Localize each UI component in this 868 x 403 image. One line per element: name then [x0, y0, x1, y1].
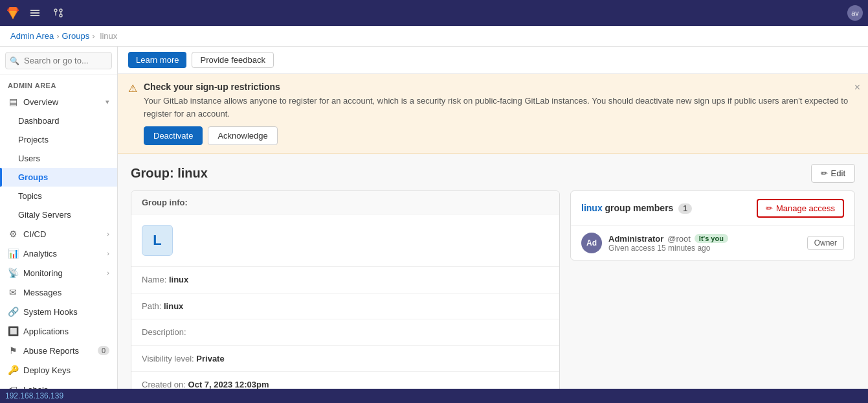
info-row-path: Path: linux [131, 294, 559, 320]
sidebar-item-label: Monitoring [23, 268, 63, 278]
info-row-description: Description: [131, 319, 559, 346]
sidebar-item-label: Users [18, 154, 40, 163]
sidebar-toggle-icon[interactable] [26, 4, 44, 22]
chevron-down-icon: ▾ [106, 98, 109, 106]
breadcrumb-admin-link[interactable]: Admin Area [10, 31, 54, 41]
sidebar-item-dashboard[interactable]: Dashboard [0, 111, 117, 130]
sidebar-item-labels[interactable]: 🏷 Labels [0, 380, 117, 389]
info-row-visibility: Visibility level: Private [131, 346, 559, 373]
path-label: Path: [142, 301, 161, 311]
messages-icon: ✉ [8, 287, 18, 297]
cicd-icon: ⚙ [8, 229, 18, 239]
member-info: Administrator @root It's you Given acces… [608, 234, 801, 253]
members-card-header: linux group members 1 ✏ Manage access [571, 191, 854, 226]
pencil-icon: ✏ [766, 203, 773, 213]
svg-point-4 [60, 14, 62, 17]
status-ip-link[interactable]: 192.168.136.139 [5, 391, 63, 400]
sidebar-item-label: Topics [18, 191, 42, 201]
sidebar-item-label: Analytics [23, 249, 57, 259]
path-value: linux [164, 301, 183, 311]
group-avatar-wrap: L [131, 214, 559, 267]
sidebar-item-label: Messages [23, 288, 61, 297]
sidebar-item-label: Overview [23, 97, 58, 107]
member-avatar: Ad [581, 233, 602, 253]
applications-icon: 🔲 [8, 326, 18, 336]
labels-icon: 🏷 [8, 384, 18, 389]
sidebar-item-gitaly[interactable]: Gitaly Servers [0, 205, 117, 224]
members-label: group members [605, 203, 674, 213]
member-username: @root [667, 234, 691, 244]
sidebar-item-label: System Hooks [23, 307, 78, 317]
name-value: linux [169, 275, 188, 284]
members-card: linux group members 1 ✏ Manage access Ad [570, 190, 855, 260]
group-info-col: Group info: L Name: linux Path: linux De… [131, 190, 560, 389]
sidebar-item-applications[interactable]: 🔲 Applications [0, 321, 117, 341]
search-input[interactable] [5, 52, 112, 69]
group-info-header: Group info: [131, 191, 559, 214]
members-group-name: linux [581, 203, 603, 213]
sidebar-search-area: 🔍 [0, 47, 117, 75]
svg-rect-2 [30, 15, 39, 16]
breadcrumb-sep1: › [56, 31, 59, 41]
sidebar-item-groups[interactable]: Groups [0, 168, 117, 187]
members-count: 1 [678, 203, 692, 214]
hooks-icon: 🔗 [8, 306, 18, 317]
search-icon: 🔍 [10, 56, 19, 65]
edit-pencil-icon: ✏ [821, 168, 828, 178]
member-name: Administrator [608, 234, 663, 244]
name-label: Name: [142, 275, 166, 284]
svg-rect-0 [30, 10, 39, 11]
analytics-icon: 📊 [8, 248, 18, 259]
two-col-layout: Group info: L Name: linux Path: linux De… [118, 190, 868, 389]
top-action-bar: Learn more Provide feedback [118, 47, 868, 74]
sidebar-item-monitoring[interactable]: 📡 Monitoring › [0, 263, 117, 282]
edit-button[interactable]: ✏ Edit [811, 164, 855, 183]
chevron-right-icon-monitoring: › [107, 269, 109, 277]
sidebar-item-analytics[interactable]: 📊 Analytics › [0, 244, 117, 263]
banner-close-button[interactable]: × [854, 82, 860, 93]
status-bar: 192.168.136.139 [0, 389, 868, 403]
learn-more-button[interactable]: Learn more [128, 52, 186, 68]
members-col: linux group members 1 ✏ Manage access Ad [570, 190, 855, 389]
sidebar-item-topics[interactable]: Topics [0, 187, 117, 205]
created-value: Oct 7, 2023 12:03pm [188, 380, 269, 389]
acknowledge-button[interactable]: Acknowledge [208, 126, 277, 145]
sidebar-item-label: Abuse Reports [23, 346, 79, 356]
sidebar-item-label: Projects [18, 135, 49, 144]
members-title: linux group members 1 [581, 203, 692, 214]
created-label: Created on: [142, 380, 186, 389]
breadcrumb-groups-link[interactable]: Groups [62, 31, 90, 41]
sidebar-item-deploy-keys[interactable]: 🔑 Deploy Keys [0, 360, 117, 380]
abuse-badge: 0 [98, 346, 109, 355]
user-avatar[interactable]: av [847, 5, 863, 21]
merge-request-icon[interactable] [49, 4, 67, 22]
top-bar: av [0, 0, 868, 26]
content-area: Learn more Provide feedback ⚠ Check your… [118, 47, 868, 389]
manage-access-button[interactable]: ✏ Manage access [757, 199, 844, 218]
new-item-icon[interactable] [72, 4, 91, 22]
member-name-row: Administrator @root It's you [608, 234, 801, 244]
breadcrumb: Admin Area › Groups › linux [0, 26, 868, 47]
banner-text: Your GitLab instance allows anyone to re… [144, 95, 858, 120]
sidebar-item-overview[interactable]: ▤ Overview ▾ [0, 92, 117, 111]
member-row: Ad Administrator @root It's you Given ac… [571, 226, 854, 260]
sidebar-item-users[interactable]: Users [0, 149, 117, 168]
sidebar-item-abuse-reports[interactable]: ⚑ Abuse Reports 0 [0, 341, 117, 360]
chevron-right-icon: › [107, 230, 109, 238]
member-access-time: Given access 15 minutes ago [608, 244, 801, 253]
owner-badge: Owner [807, 236, 844, 250]
deactivate-button[interactable]: Deactivate [144, 126, 203, 145]
sidebar-item-cicd[interactable]: ⚙ CI/CD › [0, 224, 117, 244]
sidebar-item-messages[interactable]: ✉ Messages [0, 282, 117, 302]
provide-feedback-button[interactable]: Provide feedback [192, 52, 273, 68]
sidebar-item-label: Applications [23, 327, 69, 336]
sidebar-item-system-hooks[interactable]: 🔗 System Hooks [0, 302, 117, 321]
breadcrumb-current: linux [100, 31, 118, 41]
sidebar-item-label: CI/CD [23, 229, 46, 239]
page-header: Group: linux ✏ Edit [118, 154, 868, 190]
group-avatar: L [142, 225, 173, 256]
its-you-badge: It's you [695, 234, 728, 243]
sidebar-item-projects[interactable]: Projects [0, 130, 117, 149]
breadcrumb-sep2: › [92, 31, 95, 41]
gitlab-logo[interactable] [5, 5, 21, 21]
